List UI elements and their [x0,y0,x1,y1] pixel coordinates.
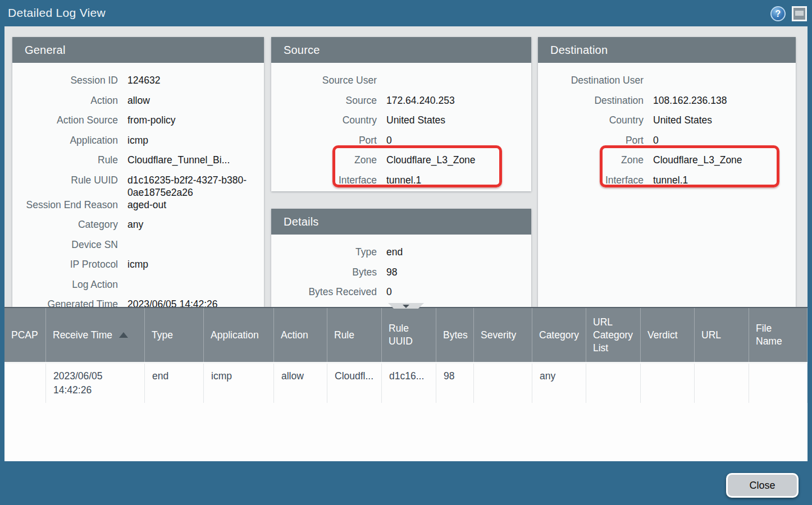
cell-url-category-list [586,364,641,403]
column-header-rule[interactable]: Rule [327,308,382,362]
field-row-zone: ZoneCloudflare_L3_Zone [271,154,531,174]
field-label: Source [271,94,386,107]
column-header-pcap[interactable]: PCAP [4,308,46,362]
field-value: tunnel.1 [653,174,796,186]
field-label: Rule UUID [12,174,127,186]
maximize-icon-inner [795,11,804,16]
column-header-verdict[interactable]: Verdict [641,308,695,362]
field-label: Bytes [271,266,386,278]
field-value: 124632 [127,74,264,86]
field-row-destination: Destination108.162.236.138 [538,94,796,114]
field-label: Category [12,218,127,231]
field-label: Zone [271,154,386,166]
field-value: 2023/06/05 14:42:26 [127,298,264,307]
field-value: icmp [127,134,264,146]
dialog-titlebar: Detailed Log View ? [0,0,812,26]
field-row-destination-user: Destination User [538,74,796,94]
maximize-icon[interactable] [792,6,807,21]
field-row-log-action: Log Action [12,278,264,299]
field-label: Country [538,114,653,126]
field-label: Destination User [538,74,653,86]
column-header-severity[interactable]: Severity [474,308,532,362]
cell-application: icmp [204,364,274,403]
field-label: Interface [271,174,386,186]
field-row-session-id: Session ID124632 [12,74,264,94]
column-header-application[interactable]: Application [204,308,274,362]
column-header-label: File Name [756,322,783,348]
cell-severity [474,364,532,403]
column-header-rule-uuid[interactable]: Rule UUID [382,308,436,362]
field-label: Application [12,134,127,146]
details-panel-header: Details [271,209,531,235]
column-header-label: PCAP [11,329,38,342]
cell-receive-time: 2023/06/05 14:42:26 [46,364,145,403]
field-row-country: CountryUnited States [271,114,531,134]
field-row-application: Applicationicmp [12,134,264,154]
field-value: 0 [386,134,531,146]
field-value: tunnel.1 [386,174,531,186]
destination-panel-header: Destination [538,37,796,63]
cell-rule: Cloudfl... [327,364,382,403]
field-value: 98 [386,266,531,278]
field-label: Rule [12,154,127,166]
general-panel: General Session ID124632ActionallowActio… [12,37,264,307]
field-value: icmp [127,258,264,270]
help-icon[interactable]: ? [770,6,786,21]
log-table-body: 2023/06/05 14:42:26endicmpallowCloudfl..… [4,364,808,403]
column-header-bytes[interactable]: Bytes [436,308,474,362]
source-panel-body: Source UserSource172.64.240.253CountryUn… [271,63,531,191]
column-header-label: Bytes [443,329,468,342]
field-row-country: CountryUnited States [538,114,796,134]
field-value: 108.162.236.138 [653,94,796,107]
field-row-ip-protocol: IP Protocolicmp [12,258,264,278]
cell-type: end [145,364,204,403]
column-header-label: URL Category List [593,316,633,355]
cell-rule-uuid: d1c16... [382,364,436,403]
column-header-receive-time[interactable]: Receive Time [46,308,145,362]
column-header-label: Severity [481,329,516,342]
field-label: Session ID [12,74,127,86]
destination-panel-body: Destination UserDestination108.162.236.1… [538,63,796,307]
column-header-url-category-list[interactable]: URL Category List [586,308,641,362]
general-panel-body: Session ID124632ActionallowAction Source… [12,63,264,307]
cell-bytes: 98 [436,364,474,403]
column-header-action[interactable]: Action [274,308,327,362]
field-value: from-policy [127,114,264,126]
column-header-label: Action [281,329,308,342]
log-table-row[interactable]: 2023/06/05 14:42:26endicmpallowCloudfl..… [4,364,808,403]
help-icon-glyph: ? [775,9,781,19]
general-panel-header: General [12,37,264,63]
field-value: United States [653,114,796,126]
field-row-generated-time: Generated Time2023/06/05 14:42:26 [12,298,264,307]
field-row-action-source: Action Sourcefrom-policy [12,114,264,134]
field-label: Country [271,114,386,126]
cell-file-name [749,364,808,403]
details-panel: Details TypeendBytes98Bytes Received0 [271,209,531,307]
column-header-file-name[interactable]: File Name [749,308,808,362]
field-row-interface: Interfacetunnel.1 [538,174,796,194]
field-row-bytes-received: Bytes Received0 [271,286,531,306]
close-button[interactable]: Close [726,473,799,498]
destination-panel-title: Destination [550,44,608,57]
details-panel-title: Details [284,215,319,228]
column-header-type[interactable]: Type [145,308,204,362]
field-label: Destination [538,94,653,107]
column-header-category[interactable]: Category [532,308,586,362]
field-label: Source User [271,74,386,86]
column-header-url[interactable]: URL [695,308,749,362]
panel-splitter-handle[interactable] [388,303,424,309]
field-value: Cloudflare_L3_Zone [386,154,531,166]
field-row-zone: ZoneCloudflare_L3_Zone [538,154,796,174]
field-label: Action Source [12,114,127,126]
field-value: 172.64.240.253 [386,94,531,107]
field-value: aged-out [127,199,264,211]
field-row-category: Categoryany [12,218,264,238]
field-row-device-sn: Device SN [12,238,264,259]
log-entries-table: PCAPReceive TimeTypeApplicationActionRul… [4,307,808,461]
column-header-label: Receive Time [53,329,112,342]
field-value: 0 [653,134,796,146]
field-label: Log Action [12,278,127,291]
detailed-log-view-dialog: Detailed Log View ? General Session ID12… [0,0,812,505]
column-header-label: Application [211,329,259,342]
field-label: Type [271,246,386,258]
